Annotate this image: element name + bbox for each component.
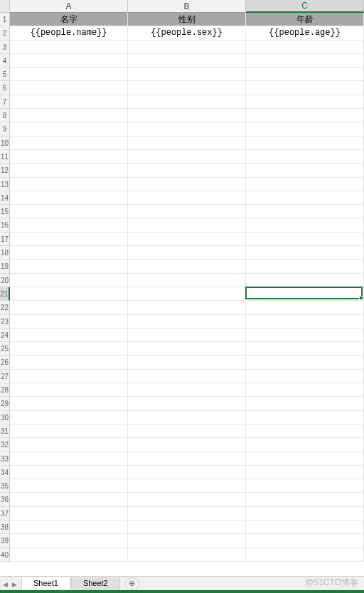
cell[interactable]	[10, 109, 128, 122]
cell[interactable]	[10, 41, 128, 54]
cell[interactable]	[128, 191, 246, 205]
cell[interactable]	[128, 260, 246, 273]
row-header[interactable]: 3	[0, 41, 10, 54]
row-header[interactable]: 9	[0, 122, 10, 136]
row-header[interactable]: 40	[0, 548, 10, 562]
cell[interactable]	[128, 41, 246, 54]
cell[interactable]	[246, 122, 364, 136]
cell[interactable]	[246, 41, 364, 54]
cell[interactable]	[246, 246, 364, 260]
cell[interactable]	[128, 452, 246, 466]
row-header[interactable]: 8	[0, 109, 10, 122]
cell[interactable]	[128, 178, 246, 191]
row-header[interactable]: 26	[0, 356, 10, 369]
cell[interactable]	[246, 411, 364, 424]
cell[interactable]	[10, 191, 128, 205]
cell[interactable]	[128, 150, 246, 164]
cell[interactable]	[128, 493, 246, 506]
cell[interactable]	[10, 233, 128, 246]
row-header[interactable]: 16	[0, 218, 10, 232]
cell[interactable]	[128, 54, 246, 68]
cell[interactable]	[128, 397, 246, 410]
cell[interactable]: 名字	[10, 13, 128, 26]
row-header[interactable]: 34	[0, 466, 10, 479]
cell[interactable]	[246, 274, 364, 287]
row-header[interactable]: 7	[0, 95, 10, 109]
row-header[interactable]: 25	[0, 342, 10, 356]
row-header[interactable]: 13	[0, 178, 10, 191]
cell[interactable]	[128, 95, 246, 109]
cell[interactable]: {{people.sex}}	[128, 26, 246, 40]
cell[interactable]	[128, 534, 246, 547]
cell[interactable]	[246, 218, 364, 232]
row-header[interactable]: 39	[0, 534, 10, 547]
cell[interactable]	[128, 424, 246, 438]
cell[interactable]	[128, 274, 246, 287]
cell[interactable]	[128, 287, 246, 301]
tab-nav-prev-icon[interactable]: ◀	[1, 580, 9, 589]
row-header[interactable]: 23	[0, 315, 10, 328]
cell[interactable]	[10, 438, 128, 452]
cell[interactable]	[128, 68, 246, 81]
cell[interactable]	[246, 315, 364, 328]
cell[interactable]	[128, 205, 246, 218]
cell[interactable]	[10, 137, 128, 150]
cell[interactable]	[128, 356, 246, 369]
cell[interactable]	[246, 150, 364, 164]
select-all-corner[interactable]	[0, 0, 10, 13]
row-header[interactable]: 36	[0, 493, 10, 506]
row-header[interactable]: 38	[0, 520, 10, 534]
cell[interactable]	[128, 548, 246, 562]
cell[interactable]	[246, 68, 364, 81]
cell[interactable]	[10, 68, 128, 81]
row-header[interactable]: 12	[0, 164, 10, 177]
cell[interactable]	[246, 301, 364, 314]
cell[interactable]	[128, 301, 246, 314]
cell[interactable]	[246, 260, 364, 273]
cell[interactable]	[10, 534, 128, 547]
cell[interactable]	[10, 479, 128, 493]
cell[interactable]	[246, 383, 364, 397]
column-header-c[interactable]: C	[246, 0, 364, 13]
row-header[interactable]: 4	[0, 54, 10, 68]
cell-grid[interactable]: 1名字性别年龄2{{people.name}}{{people.sex}}{{p…	[0, 13, 364, 576]
cell[interactable]	[128, 218, 246, 232]
cell[interactable]	[246, 342, 364, 356]
cell[interactable]	[246, 479, 364, 493]
cell[interactable]	[246, 328, 364, 342]
cell[interactable]	[246, 81, 364, 95]
cell[interactable]	[10, 328, 128, 342]
cell[interactable]	[246, 356, 364, 369]
cell[interactable]	[10, 301, 128, 314]
cell[interactable]	[128, 137, 246, 150]
cell[interactable]	[128, 438, 246, 452]
row-header[interactable]: 37	[0, 507, 10, 520]
cell[interactable]	[10, 81, 128, 95]
cell[interactable]	[246, 424, 364, 438]
cell[interactable]	[246, 370, 364, 383]
cell[interactable]	[10, 548, 128, 562]
cell[interactable]	[246, 178, 364, 191]
cell[interactable]	[128, 164, 246, 177]
cell[interactable]	[128, 122, 246, 136]
cell[interactable]	[246, 54, 364, 68]
cell[interactable]	[128, 479, 246, 493]
cell[interactable]	[10, 383, 128, 397]
row-header[interactable]: 17	[0, 233, 10, 246]
row-header[interactable]: 31	[0, 424, 10, 438]
cell[interactable]	[10, 95, 128, 109]
add-sheet-button[interactable]: ⊕	[125, 577, 139, 590]
cell[interactable]	[10, 356, 128, 369]
cell[interactable]	[10, 246, 128, 260]
cell[interactable]	[246, 109, 364, 122]
cell[interactable]	[246, 534, 364, 547]
cell[interactable]	[246, 95, 364, 109]
cell[interactable]	[128, 81, 246, 95]
cell[interactable]	[246, 452, 364, 466]
cell[interactable]	[10, 397, 128, 410]
row-header[interactable]: 32	[0, 438, 10, 452]
column-header-a[interactable]: A	[10, 0, 128, 13]
row-header[interactable]: 21	[0, 287, 10, 301]
cell[interactable]	[10, 507, 128, 520]
cell[interactable]	[128, 233, 246, 246]
